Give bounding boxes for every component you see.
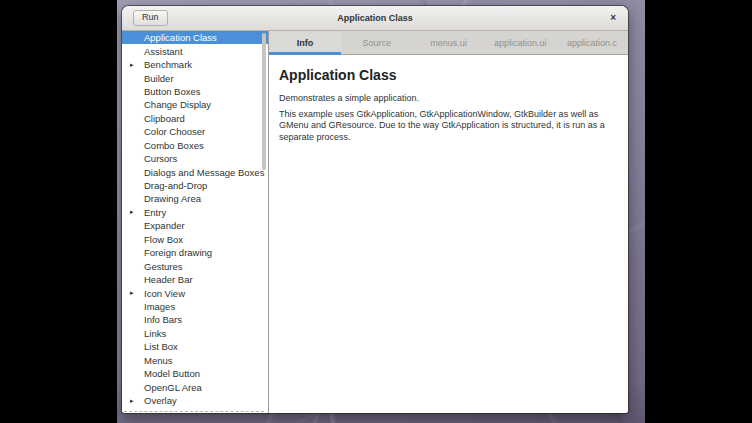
- sidebar-item-label: Clipboard: [144, 113, 185, 124]
- demo-list: Application ClassAssistant▸BenchmarkBuil…: [122, 31, 268, 407]
- sidebar-item-label: Expander: [144, 220, 185, 231]
- sidebar-item-gestures[interactable]: Gestures: [122, 259, 268, 272]
- sidebar-item-color-chooser[interactable]: Color Chooser: [122, 125, 268, 138]
- sidebar-item-flow-box[interactable]: Flow Box: [122, 233, 268, 246]
- sidebar-item-label: Dialogs and Message Boxes: [144, 167, 264, 178]
- sidebar-item-assistant[interactable]: Assistant: [122, 44, 268, 57]
- sidebar-scrollbar[interactable]: [262, 33, 266, 170]
- sidebar-item-links[interactable]: Links: [122, 327, 268, 340]
- sidebar-item-drag-and-drop[interactable]: Drag-and-Drop: [122, 179, 268, 192]
- sidebar-item-label: Application Class: [144, 32, 217, 43]
- sidebar-item-header-bar[interactable]: Header Bar: [122, 273, 268, 286]
- run-button[interactable]: Run: [133, 10, 168, 26]
- tab-menus-ui[interactable]: menus.ui: [413, 31, 485, 54]
- sidebar-item-expander[interactable]: Expander: [122, 219, 268, 232]
- sidebar-item-foreign-drawing[interactable]: Foreign drawing: [122, 246, 268, 259]
- sidebar-item-label: OpenGL Area: [144, 382, 202, 393]
- window-body: Application ClassAssistant▸BenchmarkBuil…: [122, 31, 628, 413]
- sidebar-item-dialogs-and-message-boxes[interactable]: Dialogs and Message Boxes: [122, 165, 268, 178]
- sidebar-item-icon-view[interactable]: ▸Icon View: [122, 286, 268, 299]
- sidebar-item-label: Assistant: [144, 46, 183, 57]
- sidebar-item-benchmark[interactable]: ▸Benchmark: [122, 58, 268, 71]
- tab-info[interactable]: Info: [269, 31, 341, 54]
- sidebar-item-info-bars[interactable]: Info Bars: [122, 313, 268, 326]
- sidebar-item-label: Button Boxes: [144, 86, 201, 97]
- description-paragraph: This example uses GtkApplication, GtkApp…: [279, 109, 617, 144]
- sidebar-item-change-display[interactable]: Change Display: [122, 98, 268, 111]
- tab-application-ui[interactable]: application.ui: [484, 31, 556, 54]
- sidebar-item-label: Change Display: [144, 99, 211, 110]
- sidebar-item-drawing-area[interactable]: Drawing Area: [122, 192, 268, 205]
- close-icon[interactable]: ×: [610, 13, 616, 23]
- sidebar-item-label: Gestures: [144, 261, 183, 272]
- sidebar-item-label: Links: [144, 328, 166, 339]
- tab-application-c[interactable]: application.c: [556, 31, 628, 54]
- sidebar-item-combo-boxes[interactable]: Combo Boxes: [122, 139, 268, 152]
- sidebar-item-list-box[interactable]: List Box: [122, 340, 268, 353]
- sidebar-item-model-button[interactable]: Model Button: [122, 367, 268, 380]
- sidebar-item-overlay[interactable]: ▸Overlay: [122, 394, 268, 407]
- info-content: Application Class Demonstrates a simple …: [269, 55, 628, 413]
- sidebar-item-label: Builder: [144, 73, 174, 84]
- description-paragraph: Demonstrates a simple application.: [279, 93, 617, 105]
- app-window: Run Application Class × Application Clas…: [122, 6, 628, 413]
- sidebar-item-label: Header Bar: [144, 274, 193, 285]
- sidebar-item-opengl-area[interactable]: OpenGL Area: [122, 380, 268, 393]
- sidebar-item-clipboard[interactable]: Clipboard: [122, 112, 268, 125]
- page-heading: Application Class: [279, 67, 618, 83]
- sidebar-item-label: Flow Box: [144, 234, 183, 245]
- expander-icon[interactable]: ▸: [128, 289, 144, 297]
- sidebar-item-label: Combo Boxes: [144, 140, 204, 151]
- sidebar-item-images[interactable]: Images: [122, 300, 268, 313]
- sidebar-item-label: Foreign drawing: [144, 247, 212, 258]
- sidebar-item-label: Cursors: [144, 153, 177, 164]
- tab-source[interactable]: Source: [341, 31, 413, 54]
- main-pane: InfoSourcemenus.uiapplication.uiapplicat…: [269, 31, 628, 413]
- expander-icon[interactable]: ▸: [128, 208, 144, 216]
- sidebar-item-label: Color Chooser: [144, 126, 205, 137]
- expander-icon[interactable]: ▸: [128, 397, 144, 405]
- sidebar-item-cursors[interactable]: Cursors: [122, 152, 268, 165]
- sidebar-item-label: Drag-and-Drop: [144, 180, 207, 191]
- screen: Run Application Class × Application Clas…: [0, 0, 752, 423]
- sidebar: Application ClassAssistant▸BenchmarkBuil…: [122, 31, 269, 413]
- sidebar-item-menus[interactable]: Menus: [122, 354, 268, 367]
- window-title: Application Class: [122, 13, 628, 23]
- sidebar-item-label: Menus: [144, 355, 173, 366]
- tab-bar: InfoSourcemenus.uiapplication.uiapplicat…: [269, 31, 628, 55]
- sidebar-item-label: Entry: [144, 207, 166, 218]
- sidebar-item-label: Model Button: [144, 368, 200, 379]
- sidebar-item-label: Drawing Area: [144, 193, 201, 204]
- sidebar-item-entry[interactable]: ▸Entry: [122, 206, 268, 219]
- sidebar-item-application-class[interactable]: Application Class: [122, 31, 268, 44]
- sidebar-item-label: Icon View: [144, 288, 185, 299]
- expander-icon[interactable]: ▸: [128, 61, 144, 69]
- titlebar[interactable]: Run Application Class ×: [122, 6, 628, 31]
- sidebar-item-builder[interactable]: Builder: [122, 71, 268, 84]
- description: Demonstrates a simple application.This e…: [279, 93, 618, 143]
- sidebar-item-label: Images: [144, 301, 175, 312]
- sidebar-item-button-boxes[interactable]: Button Boxes: [122, 85, 268, 98]
- sidebar-item-label: Benchmark: [144, 59, 192, 70]
- sidebar-item-label: List Box: [144, 341, 178, 352]
- sidebar-item-label: Overlay: [144, 395, 177, 406]
- sidebar-item-label: Info Bars: [144, 314, 182, 325]
